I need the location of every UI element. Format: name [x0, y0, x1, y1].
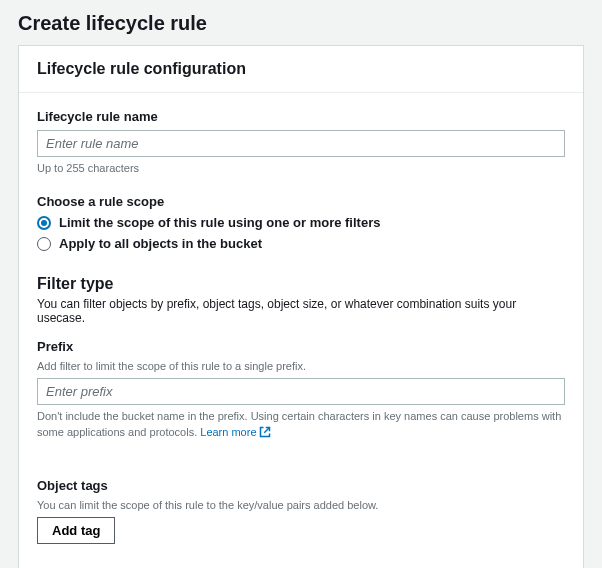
tags-label: Object tags	[37, 478, 565, 493]
learn-more-link[interactable]: Learn more	[200, 426, 270, 438]
config-panel: Lifecycle rule configuration Lifecycle r…	[18, 45, 584, 568]
scope-label: Choose a rule scope	[37, 194, 565, 209]
scope-option-all[interactable]: Apply to all objects in the bucket	[37, 236, 565, 251]
panel-header-title: Lifecycle rule configuration	[37, 60, 565, 78]
filter-type-desc: You can filter objects by prefix, object…	[37, 297, 565, 325]
radio-icon	[37, 237, 51, 251]
external-link-icon	[259, 426, 271, 442]
scope-option-all-label: Apply to all objects in the bucket	[59, 236, 262, 251]
page-title: Create lifecycle rule	[18, 12, 584, 35]
radio-icon	[37, 216, 51, 230]
rule-name-hint: Up to 255 characters	[37, 161, 565, 176]
rule-name-label: Lifecycle rule name	[37, 109, 565, 124]
prefix-hint: Don't include the bucket name in the pre…	[37, 409, 565, 442]
add-tag-button[interactable]: Add tag	[37, 517, 115, 544]
scope-option-limit-label: Limit the scope of this rule using one o…	[59, 215, 380, 230]
tags-desc: You can limit the scope of this rule to …	[37, 499, 565, 511]
scope-option-limit[interactable]: Limit the scope of this rule using one o…	[37, 215, 565, 230]
prefix-label: Prefix	[37, 339, 565, 354]
prefix-hint-text: Don't include the bucket name in the pre…	[37, 410, 561, 437]
rule-name-input[interactable]	[37, 130, 565, 157]
prefix-input[interactable]	[37, 378, 565, 405]
panel-header: Lifecycle rule configuration	[19, 46, 583, 93]
filter-type-title: Filter type	[37, 275, 565, 293]
prefix-desc: Add filter to limit the scope of this ru…	[37, 360, 565, 372]
